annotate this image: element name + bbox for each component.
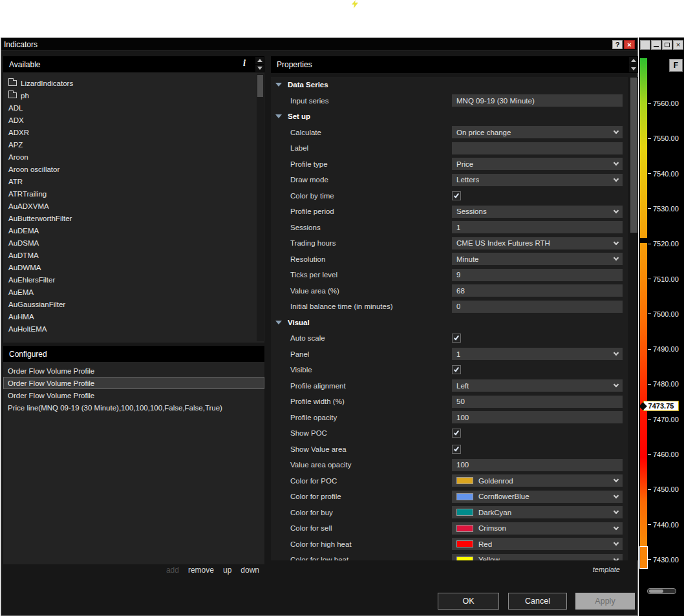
dropdown[interactable]: Letters	[452, 174, 623, 186]
dialog-titlebar[interactable]: Indicators ? ×	[1, 38, 637, 51]
apply-button[interactable]: Apply	[575, 593, 635, 610]
section-row[interactable]: Visual	[271, 315, 628, 331]
configured-item[interactable]: Order Flow Volume Profile	[3, 365, 264, 377]
scroll-up-button[interactable]	[629, 57, 637, 65]
property-row: Draw modeLetters	[271, 172, 628, 188]
configured-list: Order Flow Volume ProfileOrder Flow Volu…	[3, 362, 264, 564]
available-item[interactable]: LizardIndicators	[3, 77, 264, 89]
property-label: Color for buy	[290, 509, 333, 516]
available-scrollbar-thumb[interactable]	[257, 75, 263, 97]
available-item[interactable]: AuGaussianFilter	[3, 298, 264, 310]
available-item[interactable]: AuADXVMA	[3, 200, 264, 212]
text-input[interactable]: 1	[452, 221, 623, 233]
available-item[interactable]: AuDEMA	[3, 224, 264, 237]
window-minimize-button[interactable]	[651, 40, 661, 50]
dialog-close-button[interactable]: ×	[624, 40, 635, 49]
dropdown[interactable]: Minute	[452, 253, 623, 265]
checkbox[interactable]	[452, 334, 461, 343]
dropdown[interactable]: Yellow	[452, 554, 623, 560]
checkbox[interactable]	[452, 191, 461, 200]
template-link[interactable]: template	[593, 566, 620, 573]
scrollbar-thumb[interactable]	[649, 589, 663, 593]
window-blank-button[interactable]	[640, 40, 650, 50]
configured-item[interactable]: Order Flow Volume Profile	[3, 377, 264, 389]
available-item[interactable]: AuDWMA	[3, 261, 264, 273]
dropdown[interactable]: CornflowerBlue	[452, 491, 623, 503]
dropdown[interactable]: Sessions	[452, 206, 623, 218]
dropdown[interactable]: 1	[452, 348, 623, 360]
available-item[interactable]: ADX	[3, 114, 264, 126]
available-item[interactable]: AuDTMA	[3, 249, 264, 261]
checkbox[interactable]	[452, 365, 461, 374]
dropdown[interactable]: Price	[452, 158, 623, 170]
configured-item[interactable]: Price line(MNQ 09-19 (30 Minute),100,100…	[3, 401, 264, 414]
chevron-down-icon	[611, 522, 621, 535]
property-control: 100	[452, 411, 623, 423]
text-input[interactable]: 100	[452, 459, 623, 471]
available-item-label: Aroon	[8, 153, 28, 161]
lightning-bolt-icon	[352, 0, 358, 8]
available-item-label: ADX	[8, 116, 24, 124]
text-input[interactable]: 50	[452, 396, 623, 408]
up-button[interactable]: up	[223, 566, 231, 575]
text-input[interactable]: 9	[452, 269, 623, 281]
available-item[interactable]: AuButterworthFilter	[3, 212, 264, 224]
property-control: MNQ 09-19 (30 Minute)	[452, 94, 623, 107]
text-input[interactable]	[452, 142, 623, 154]
property-control: 68	[452, 284, 623, 297]
available-item[interactable]: AuEhlersFilter	[3, 273, 264, 286]
text-input[interactable]: 100	[452, 411, 623, 423]
dropdown[interactable]: Goldenrod	[452, 474, 623, 487]
available-item[interactable]: ADXR	[3, 126, 264, 138]
section-row[interactable]: Data Series	[271, 77, 628, 93]
dropdown[interactable]: DarkCyan	[452, 506, 623, 518]
text-input[interactable]: 68	[452, 284, 623, 297]
horizontal-scrollbar[interactable]	[647, 588, 676, 594]
section-row[interactable]: Set up	[271, 109, 628, 125]
available-item[interactable]: AuHoltEMA	[3, 323, 264, 335]
add-button[interactable]: add	[166, 566, 179, 575]
checkbox[interactable]	[452, 445, 461, 454]
dropdown[interactable]: Left	[452, 379, 623, 392]
help-button[interactable]: ?	[612, 40, 623, 49]
window-close-button[interactable]: ×	[673, 40, 683, 50]
available-item[interactable]: AuHMA	[3, 310, 264, 323]
cancel-button[interactable]: Cancel	[508, 593, 567, 610]
scroll-down-button[interactable]	[255, 65, 264, 72]
available-item[interactable]: Aroon oscillator	[3, 163, 264, 175]
configured-item[interactable]: Order Flow Volume Profile	[3, 389, 264, 401]
f-button[interactable]: F	[669, 59, 683, 72]
text-input[interactable]: 0	[452, 301, 623, 313]
available-item[interactable]: Aroon	[3, 151, 264, 163]
dropdown[interactable]: On price change	[452, 126, 623, 138]
tick-mark-icon	[648, 313, 651, 314]
property-label: Calculate	[290, 129, 321, 136]
available-scrollbar[interactable]	[257, 74, 264, 341]
available-item[interactable]: ATR	[3, 175, 264, 187]
down-button[interactable]: down	[240, 566, 259, 575]
field-value: Red	[478, 540, 492, 548]
dropdown[interactable]: Crimson	[452, 522, 623, 535]
info-icon[interactable]: i	[243, 59, 246, 68]
dropdown[interactable]: Red	[452, 538, 623, 550]
scroll-up-button[interactable]	[255, 57, 264, 64]
ok-button[interactable]: OK	[438, 593, 499, 610]
properties-scrollbar[interactable]	[630, 77, 638, 560]
checkbox[interactable]	[452, 429, 461, 438]
chevron-down-icon	[611, 253, 621, 265]
dropdown[interactable]: CME US Index Futures RTH	[452, 237, 623, 250]
available-item[interactable]: ATRTrailing	[3, 187, 264, 200]
remove-button[interactable]: remove	[188, 566, 214, 575]
available-item[interactable]: APZ	[3, 138, 264, 151]
available-item[interactable]: ph	[3, 89, 264, 101]
properties-scrollbar-thumb[interactable]	[630, 78, 637, 233]
property-control: Minute	[452, 253, 623, 265]
window-restore-button[interactable]	[662, 40, 672, 50]
text-input[interactable]: MNQ 09-19 (30 Minute)	[452, 94, 623, 107]
available-item[interactable]: AuEMA	[3, 286, 264, 298]
chevron-down-icon	[611, 474, 621, 487]
available-item[interactable]: ADL	[3, 101, 264, 114]
property-control	[452, 332, 623, 345]
available-item[interactable]: AuDSMA	[3, 237, 264, 249]
scroll-down-button[interactable]	[629, 65, 637, 73]
